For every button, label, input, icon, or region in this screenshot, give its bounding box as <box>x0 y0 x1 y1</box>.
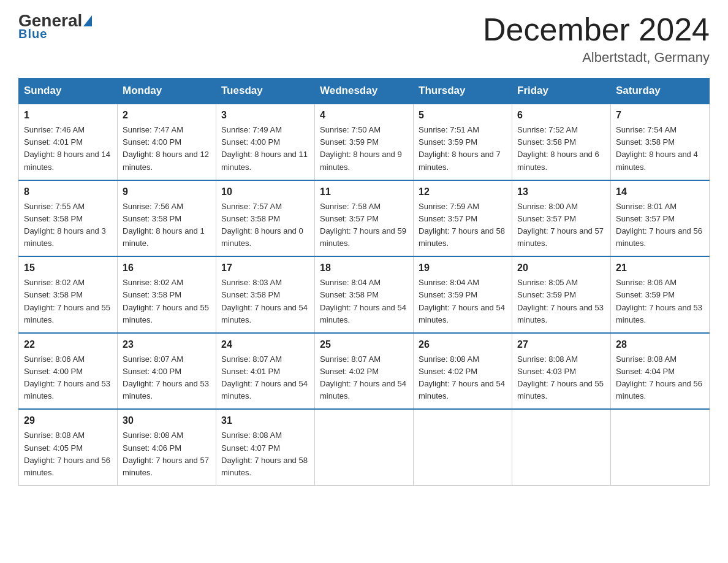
table-row: 3 Sunrise: 7:49 AMSunset: 4:00 PMDayligh… <box>216 104 315 180</box>
day-info: Sunrise: 8:00 AMSunset: 3:57 PMDaylight:… <box>517 202 604 248</box>
table-row: 26 Sunrise: 8:08 AMSunset: 4:02 PMDaylig… <box>414 333 512 410</box>
day-number: 31 <box>221 413 309 428</box>
day-number: 27 <box>517 337 605 352</box>
day-info: Sunrise: 8:07 AMSunset: 4:01 PMDaylight:… <box>221 354 308 400</box>
day-info: Sunrise: 8:08 AMSunset: 4:04 PMDaylight:… <box>616 354 702 400</box>
header-monday: Monday <box>118 79 216 104</box>
day-info: Sunrise: 8:06 AMSunset: 4:00 PMDaylight:… <box>24 354 110 400</box>
table-row: 29 Sunrise: 8:08 AMSunset: 4:05 PMDaylig… <box>19 409 118 485</box>
day-number: 28 <box>616 337 704 352</box>
table-row: 15 Sunrise: 8:02 AMSunset: 3:58 PMDaylig… <box>19 256 118 333</box>
table-row: 12 Sunrise: 7:59 AMSunset: 3:57 PMDaylig… <box>414 180 512 257</box>
day-number: 18 <box>320 261 408 275</box>
day-number: 19 <box>419 261 507 275</box>
day-number: 1 <box>24 108 112 123</box>
table-row <box>512 409 611 485</box>
day-info: Sunrise: 8:07 AMSunset: 4:00 PMDaylight:… <box>123 354 209 400</box>
table-row: 16 Sunrise: 8:02 AMSunset: 3:58 PMDaylig… <box>118 256 216 333</box>
day-number: 21 <box>616 261 704 275</box>
title-area: December 2024 Albertstadt, Germany <box>483 12 710 66</box>
day-number: 29 <box>24 413 112 428</box>
day-info: Sunrise: 8:08 AMSunset: 4:05 PMDaylight:… <box>24 431 110 477</box>
table-row: 27 Sunrise: 8:08 AMSunset: 4:03 PMDaylig… <box>512 333 611 410</box>
table-row: 13 Sunrise: 8:00 AMSunset: 3:57 PMDaylig… <box>512 180 611 257</box>
day-info: Sunrise: 8:02 AMSunset: 3:58 PMDaylight:… <box>24 278 110 324</box>
day-info: Sunrise: 8:02 AMSunset: 3:58 PMDaylight:… <box>123 278 209 324</box>
day-number: 24 <box>221 337 309 352</box>
day-info: Sunrise: 7:51 AMSunset: 3:59 PMDaylight:… <box>419 125 501 171</box>
header-thursday: Thursday <box>414 79 512 104</box>
table-row: 23 Sunrise: 8:07 AMSunset: 4:00 PMDaylig… <box>118 333 216 410</box>
day-info: Sunrise: 8:06 AMSunset: 3:59 PMDaylight:… <box>616 278 702 324</box>
day-info: Sunrise: 8:07 AMSunset: 4:02 PMDaylight:… <box>320 354 406 400</box>
day-number: 11 <box>320 185 408 199</box>
day-info: Sunrise: 7:55 AMSunset: 3:58 PMDaylight:… <box>24 202 106 248</box>
calendar-week-5: 29 Sunrise: 8:08 AMSunset: 4:05 PMDaylig… <box>19 409 710 485</box>
day-number: 16 <box>123 261 211 275</box>
table-row <box>315 409 414 485</box>
table-row: 7 Sunrise: 7:54 AMSunset: 3:58 PMDayligh… <box>611 104 710 180</box>
calendar-week-2: 8 Sunrise: 7:55 AMSunset: 3:58 PMDayligh… <box>19 180 710 257</box>
table-row: 10 Sunrise: 7:57 AMSunset: 3:58 PMDaylig… <box>216 180 315 257</box>
day-info: Sunrise: 7:56 AMSunset: 3:58 PMDaylight:… <box>123 202 205 248</box>
calendar-subtitle: Albertstadt, Germany <box>483 50 710 66</box>
table-row: 18 Sunrise: 8:04 AMSunset: 3:58 PMDaylig… <box>315 256 414 333</box>
table-row <box>414 409 512 485</box>
day-info: Sunrise: 8:08 AMSunset: 4:02 PMDaylight:… <box>419 354 505 400</box>
page-header: General Blue December 2024 Albertstadt, … <box>18 12 710 66</box>
day-info: Sunrise: 8:04 AMSunset: 3:59 PMDaylight:… <box>419 278 505 324</box>
day-number: 4 <box>320 108 408 123</box>
day-info: Sunrise: 7:59 AMSunset: 3:57 PMDaylight:… <box>419 202 505 248</box>
table-row: 24 Sunrise: 8:07 AMSunset: 4:01 PMDaylig… <box>216 333 315 410</box>
day-info: Sunrise: 7:46 AMSunset: 4:01 PMDaylight:… <box>24 125 110 171</box>
table-row: 9 Sunrise: 7:56 AMSunset: 3:58 PMDayligh… <box>118 180 216 257</box>
day-number: 22 <box>24 337 112 352</box>
table-row: 4 Sunrise: 7:50 AMSunset: 3:59 PMDayligh… <box>315 104 414 180</box>
day-number: 10 <box>221 185 309 199</box>
table-row <box>611 409 710 485</box>
day-number: 13 <box>517 185 605 199</box>
table-row: 2 Sunrise: 7:47 AMSunset: 4:00 PMDayligh… <box>118 104 216 180</box>
header-friday: Friday <box>512 79 611 104</box>
day-info: Sunrise: 7:47 AMSunset: 4:00 PMDaylight:… <box>123 125 209 171</box>
calendar-week-1: 1 Sunrise: 7:46 AMSunset: 4:01 PMDayligh… <box>19 104 710 180</box>
table-row: 17 Sunrise: 8:03 AMSunset: 3:58 PMDaylig… <box>216 256 315 333</box>
day-number: 17 <box>221 261 309 275</box>
calendar-title: December 2024 <box>483 12 710 47</box>
day-info: Sunrise: 8:08 AMSunset: 4:03 PMDaylight:… <box>517 354 604 400</box>
day-number: 15 <box>24 261 112 275</box>
day-info: Sunrise: 7:54 AMSunset: 3:58 PMDaylight:… <box>616 125 698 171</box>
table-row: 1 Sunrise: 7:46 AMSunset: 4:01 PMDayligh… <box>19 104 118 180</box>
calendar-table: Sunday Monday Tuesday Wednesday Thursday… <box>18 78 710 486</box>
table-row: 22 Sunrise: 8:06 AMSunset: 4:00 PMDaylig… <box>19 333 118 410</box>
day-number: 7 <box>616 108 704 123</box>
table-row: 25 Sunrise: 8:07 AMSunset: 4:02 PMDaylig… <box>315 333 414 410</box>
days-header-row: Sunday Monday Tuesday Wednesday Thursday… <box>19 79 710 104</box>
table-row: 31 Sunrise: 8:08 AMSunset: 4:07 PMDaylig… <box>216 409 315 485</box>
calendar-week-3: 15 Sunrise: 8:02 AMSunset: 3:58 PMDaylig… <box>19 256 710 333</box>
table-row: 11 Sunrise: 7:58 AMSunset: 3:57 PMDaylig… <box>315 180 414 257</box>
header-tuesday: Tuesday <box>216 79 315 104</box>
table-row: 28 Sunrise: 8:08 AMSunset: 4:04 PMDaylig… <box>611 333 710 410</box>
day-info: Sunrise: 7:49 AMSunset: 4:00 PMDaylight:… <box>221 125 308 171</box>
calendar-week-4: 22 Sunrise: 8:06 AMSunset: 4:00 PMDaylig… <box>19 333 710 410</box>
table-row: 20 Sunrise: 8:05 AMSunset: 3:59 PMDaylig… <box>512 256 611 333</box>
day-info: Sunrise: 8:05 AMSunset: 3:59 PMDaylight:… <box>517 278 604 324</box>
day-info: Sunrise: 7:50 AMSunset: 3:59 PMDaylight:… <box>320 125 402 171</box>
table-row: 5 Sunrise: 7:51 AMSunset: 3:59 PMDayligh… <box>414 104 512 180</box>
day-info: Sunrise: 8:08 AMSunset: 4:07 PMDaylight:… <box>221 431 308 477</box>
day-info: Sunrise: 8:03 AMSunset: 3:58 PMDaylight:… <box>221 278 308 324</box>
day-number: 9 <box>123 185 211 199</box>
day-number: 2 <box>123 108 211 123</box>
header-wednesday: Wednesday <box>315 79 414 104</box>
day-number: 14 <box>616 185 704 199</box>
table-row: 19 Sunrise: 8:04 AMSunset: 3:59 PMDaylig… <box>414 256 512 333</box>
logo-triangle-icon <box>83 15 92 26</box>
day-number: 6 <box>517 108 605 123</box>
day-number: 30 <box>123 413 211 428</box>
day-info: Sunrise: 8:04 AMSunset: 3:58 PMDaylight:… <box>320 278 406 324</box>
day-number: 20 <box>517 261 605 275</box>
logo-blue: Blue <box>18 27 47 41</box>
day-number: 5 <box>419 108 507 123</box>
table-row: 30 Sunrise: 8:08 AMSunset: 4:06 PMDaylig… <box>118 409 216 485</box>
